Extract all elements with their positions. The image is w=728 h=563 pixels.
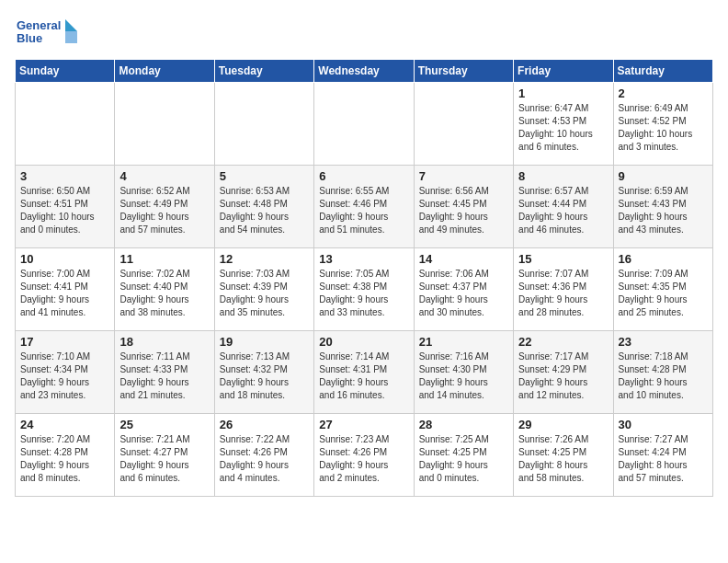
logo-svg: General Blue [15, 15, 79, 52]
calendar-cell: 26Sunrise: 7:22 AM Sunset: 4:26 PM Dayli… [214, 414, 313, 497]
calendar-cell: 17Sunrise: 7:10 AM Sunset: 4:34 PM Dayli… [16, 331, 115, 414]
day-info: Sunrise: 6:56 AM Sunset: 4:45 PM Dayligh… [419, 185, 508, 236]
day-info: Sunrise: 7:16 AM Sunset: 4:30 PM Dayligh… [419, 350, 508, 402]
calendar-cell: 23Sunrise: 7:18 AM Sunset: 4:28 PM Dayli… [613, 331, 712, 414]
day-info: Sunrise: 7:27 AM Sunset: 4:24 PM Dayligh… [619, 433, 708, 485]
calendar-cell: 18Sunrise: 7:11 AM Sunset: 4:33 PM Dayli… [115, 331, 214, 414]
calendar-cell: 16Sunrise: 7:09 AM Sunset: 4:35 PM Dayli… [613, 248, 712, 331]
calendar-cell: 27Sunrise: 7:23 AM Sunset: 4:26 PM Dayli… [314, 414, 414, 497]
day-info: Sunrise: 6:55 AM Sunset: 4:46 PM Dayligh… [319, 185, 408, 236]
day-info: Sunrise: 7:26 AM Sunset: 4:25 PM Dayligh… [518, 433, 608, 485]
svg-marker-4 [65, 31, 77, 43]
day-info: Sunrise: 7:11 AM Sunset: 4:33 PM Dayligh… [119, 350, 209, 402]
day-info: Sunrise: 7:02 AM Sunset: 4:40 PM Dayligh… [119, 268, 209, 319]
day-number: 29 [518, 418, 608, 431]
calendar-cell: 10Sunrise: 7:00 AM Sunset: 4:41 PM Dayli… [16, 248, 115, 331]
day-number: 27 [319, 418, 408, 431]
week-row-4: 17Sunrise: 7:10 AM Sunset: 4:34 PM Dayli… [16, 331, 713, 414]
day-info: Sunrise: 7:07 AM Sunset: 4:36 PM Dayligh… [518, 268, 608, 319]
calendar-cell: 22Sunrise: 7:17 AM Sunset: 4:29 PM Dayli… [514, 331, 613, 414]
day-info: Sunrise: 7:18 AM Sunset: 4:28 PM Dayligh… [619, 350, 708, 402]
day-info: Sunrise: 7:13 AM Sunset: 4:32 PM Dayligh… [220, 350, 309, 402]
day-number: 28 [419, 418, 508, 431]
day-info: Sunrise: 7:06 AM Sunset: 4:37 PM Dayligh… [419, 268, 508, 319]
week-row-1: 1Sunrise: 6:47 AM Sunset: 4:53 PM Daylig… [16, 83, 713, 166]
logo: General Blue [15, 15, 79, 52]
day-number: 2 [619, 86, 708, 100]
svg-text:General: General [17, 18, 61, 32]
calendar-cell: 19Sunrise: 7:13 AM Sunset: 4:32 PM Dayli… [214, 331, 313, 414]
day-info: Sunrise: 7:00 AM Sunset: 4:41 PM Dayligh… [20, 268, 109, 319]
weekday-header-thursday: Thursday [414, 60, 513, 83]
calendar-cell: 2Sunrise: 6:49 AM Sunset: 4:52 PM Daylig… [613, 83, 712, 166]
calendar-cell: 25Sunrise: 7:21 AM Sunset: 4:27 PM Dayli… [115, 414, 214, 497]
day-number: 7 [419, 169, 508, 183]
calendar-cell: 11Sunrise: 7:02 AM Sunset: 4:40 PM Dayli… [115, 248, 214, 331]
calendar-cell [214, 83, 313, 166]
day-number: 22 [518, 335, 608, 349]
calendar-cell: 29Sunrise: 7:26 AM Sunset: 4:25 PM Dayli… [514, 414, 613, 497]
day-info: Sunrise: 7:09 AM Sunset: 4:35 PM Dayligh… [619, 268, 708, 319]
calendar-cell: 4Sunrise: 6:52 AM Sunset: 4:49 PM Daylig… [115, 166, 214, 248]
calendar-cell: 21Sunrise: 7:16 AM Sunset: 4:30 PM Dayli… [414, 331, 513, 414]
day-info: Sunrise: 6:47 AM Sunset: 4:53 PM Dayligh… [518, 102, 608, 154]
day-number: 5 [220, 169, 309, 183]
week-row-5: 24Sunrise: 7:20 AM Sunset: 4:28 PM Dayli… [16, 414, 713, 497]
day-info: Sunrise: 7:14 AM Sunset: 4:31 PM Dayligh… [319, 350, 408, 402]
day-number: 18 [119, 335, 209, 349]
calendar-cell [414, 83, 513, 166]
day-number: 8 [518, 169, 608, 183]
day-number: 23 [619, 335, 708, 349]
day-info: Sunrise: 6:52 AM Sunset: 4:49 PM Dayligh… [119, 185, 209, 236]
day-info: Sunrise: 6:57 AM Sunset: 4:44 PM Dayligh… [518, 185, 608, 236]
calendar-cell: 6Sunrise: 6:55 AM Sunset: 4:46 PM Daylig… [314, 166, 414, 248]
day-info: Sunrise: 7:10 AM Sunset: 4:34 PM Dayligh… [20, 350, 109, 402]
day-number: 11 [119, 252, 209, 266]
day-number: 3 [20, 169, 109, 183]
calendar-cell: 14Sunrise: 7:06 AM Sunset: 4:37 PM Dayli… [414, 248, 513, 331]
week-row-3: 10Sunrise: 7:00 AM Sunset: 4:41 PM Dayli… [16, 248, 713, 331]
day-info: Sunrise: 7:03 AM Sunset: 4:39 PM Dayligh… [220, 268, 309, 319]
weekday-header-wednesday: Wednesday [314, 60, 414, 83]
day-info: Sunrise: 6:53 AM Sunset: 4:48 PM Dayligh… [220, 185, 309, 236]
day-number: 1 [518, 86, 608, 100]
day-info: Sunrise: 7:21 AM Sunset: 4:27 PM Dayligh… [119, 433, 209, 485]
day-number: 9 [619, 169, 708, 183]
calendar-cell: 5Sunrise: 6:53 AM Sunset: 4:48 PM Daylig… [214, 166, 313, 248]
calendar-cell: 13Sunrise: 7:05 AM Sunset: 4:38 PM Dayli… [314, 248, 414, 331]
day-number: 26 [220, 418, 309, 431]
calendar-cell: 12Sunrise: 7:03 AM Sunset: 4:39 PM Dayli… [214, 248, 313, 331]
calendar-cell: 28Sunrise: 7:25 AM Sunset: 4:25 PM Dayli… [414, 414, 513, 497]
day-number: 30 [619, 418, 708, 431]
calendar-cell: 1Sunrise: 6:47 AM Sunset: 4:53 PM Daylig… [514, 83, 613, 166]
calendar-cell [314, 83, 414, 166]
week-row-2: 3Sunrise: 6:50 AM Sunset: 4:51 PM Daylig… [16, 166, 713, 248]
day-number: 13 [319, 252, 408, 266]
day-number: 19 [220, 335, 309, 349]
weekday-header-saturday: Saturday [613, 60, 712, 83]
day-info: Sunrise: 7:23 AM Sunset: 4:26 PM Dayligh… [319, 433, 408, 485]
day-number: 4 [119, 169, 209, 183]
calendar-cell: 7Sunrise: 6:56 AM Sunset: 4:45 PM Daylig… [414, 166, 513, 248]
day-number: 25 [119, 418, 209, 431]
calendar-cell: 15Sunrise: 7:07 AM Sunset: 4:36 PM Dayli… [514, 248, 613, 331]
day-info: Sunrise: 7:20 AM Sunset: 4:28 PM Dayligh… [20, 433, 109, 485]
day-number: 20 [319, 335, 408, 349]
day-info: Sunrise: 6:49 AM Sunset: 4:52 PM Dayligh… [619, 102, 708, 154]
day-number: 10 [20, 252, 109, 266]
svg-text:Blue: Blue [17, 31, 42, 45]
weekday-header-tuesday: Tuesday [214, 60, 313, 83]
calendar-cell: 30Sunrise: 7:27 AM Sunset: 4:24 PM Dayli… [613, 414, 712, 497]
day-number: 17 [20, 335, 109, 349]
day-number: 15 [518, 252, 608, 266]
weekday-header-row: SundayMondayTuesdayWednesdayThursdayFrid… [16, 60, 713, 83]
calendar-table: SundayMondayTuesdayWednesdayThursdayFrid… [15, 59, 713, 497]
calendar-cell: 3Sunrise: 6:50 AM Sunset: 4:51 PM Daylig… [16, 166, 115, 248]
weekday-header-sunday: Sunday [16, 60, 115, 83]
calendar-cell: 9Sunrise: 6:59 AM Sunset: 4:43 PM Daylig… [613, 166, 712, 248]
weekday-header-friday: Friday [514, 60, 613, 83]
day-number: 14 [419, 252, 508, 266]
day-info: Sunrise: 7:25 AM Sunset: 4:25 PM Dayligh… [419, 433, 508, 485]
day-number: 16 [619, 252, 708, 266]
calendar-cell: 24Sunrise: 7:20 AM Sunset: 4:28 PM Dayli… [16, 414, 115, 497]
